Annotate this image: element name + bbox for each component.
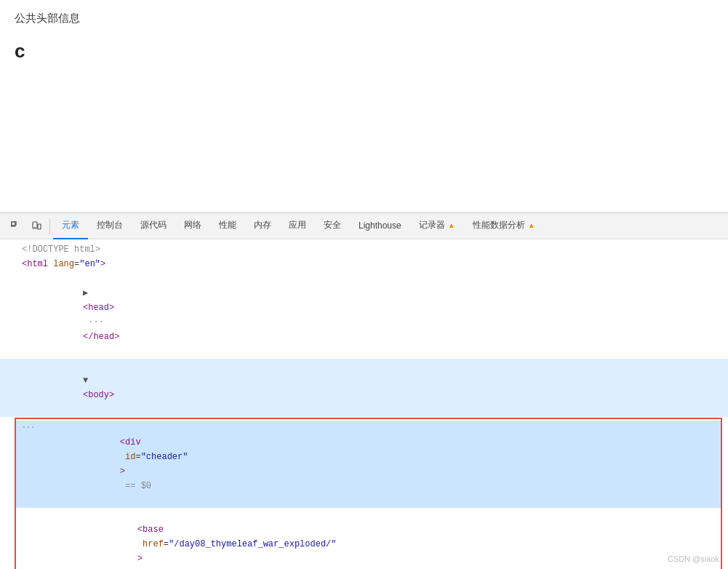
tab-network[interactable]: 网络 (175, 213, 210, 239)
tab-performance-insights[interactable]: 性能数据分析 ▲ (464, 213, 544, 239)
dom-line-head[interactable]: ▶ <head> ··· </head> (0, 271, 728, 359)
tab-application[interactable]: 应用 (280, 213, 315, 239)
tab-console[interactable]: 控制台 (88, 213, 132, 239)
browser-viewport: 公共头部信息 c (0, 0, 728, 189)
tab-security[interactable]: 安全 (315, 213, 350, 239)
tab-recorder[interactable]: 记录器 ▲ (410, 213, 464, 239)
tab-elements[interactable]: 元素 (53, 213, 88, 239)
recorder-warning-icon: ▲ (448, 221, 455, 229)
dom-red-border-section: ··· <div id="cheader" > == $0 <base (0, 418, 728, 569)
dom-line-doctype: <!DOCTYPE html> (0, 242, 728, 257)
devtools-toolbar: 元素 控制台 源代码 网络 性能 内存 应用 安全 Lighthouse 记录器… (0, 213, 728, 239)
device-toolbar-button[interactable] (26, 216, 47, 236)
tab-sources[interactable]: 源代码 (132, 213, 175, 239)
tab-lighthouse[interactable]: Lighthouse (350, 213, 410, 239)
svg-rect-0 (12, 222, 15, 226)
watermark: CSDN @siaok (668, 554, 719, 563)
inspect-element-button[interactable] (6, 216, 26, 236)
tab-performance[interactable]: 性能 (210, 213, 245, 239)
toolbar-separator (49, 219, 50, 234)
html-panel[interactable]: <!DOCTYPE html> <html lang="en"> ▶ <head… (0, 239, 728, 569)
tab-memory[interactable]: 内存 (245, 213, 280, 239)
head-expand-arrow[interactable]: ▶ (83, 288, 88, 298)
performance-insights-warning-icon: ▲ (528, 221, 535, 229)
dom-line-base[interactable]: <base href="/day08_thymeleaf_war_explode… (16, 508, 721, 569)
devtools-main: <!DOCTYPE html> <html lang="en"> ▶ <head… (0, 239, 728, 569)
dom-line-body[interactable]: ▼ <body> (0, 359, 728, 417)
dom-line-html[interactable]: <html lang="en"> (0, 257, 728, 271)
page-title: 公共头部信息 (15, 12, 713, 25)
devtools-panel: 元素 控制台 源代码 网络 性能 内存 应用 安全 Lighthouse 记录器… (0, 212, 728, 569)
svg-rect-4 (38, 224, 41, 229)
page-heading: c (15, 40, 713, 63)
dom-line-cheader[interactable]: ··· <div id="cheader" > == $0 (16, 421, 721, 508)
body-expand-arrow[interactable]: ▼ (83, 375, 88, 386)
